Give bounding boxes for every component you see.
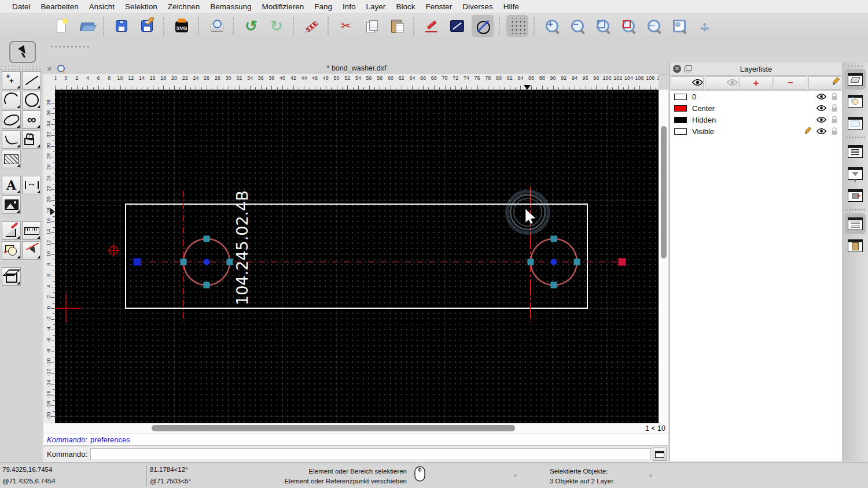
text-tool[interactable]: A	[2, 176, 21, 194]
measure-tool[interactable]	[22, 221, 41, 240]
centerline-end-handle[interactable]	[619, 258, 626, 266]
quick-info-dock-button[interactable]	[845, 185, 866, 206]
pen-palette-dock-button[interactable]	[845, 141, 866, 162]
dimension-tool[interactable]: ↔	[22, 176, 41, 194]
shapes-tool[interactable]: △	[22, 130, 41, 149]
modify-tool[interactable]	[2, 221, 21, 240]
edit-pen-button[interactable]	[421, 15, 443, 37]
select-tool-button[interactable]	[9, 41, 36, 63]
command-line-dock-button[interactable]	[845, 213, 866, 234]
vertical-scrollbar-thumb[interactable]	[661, 126, 667, 258]
vertical-scrollbar[interactable]	[659, 90, 668, 423]
menu-item[interactable]: Ansicht	[84, 2, 120, 11]
clipboard-dock-button[interactable]	[845, 235, 866, 256]
zoom-out-button[interactable]: −	[567, 15, 589, 37]
open-file-button[interactable]	[76, 15, 98, 37]
add-layer-button[interactable]: +	[740, 76, 773, 90]
ruler-label: 30	[46, 140, 52, 151]
select-entity-tool[interactable]	[22, 241, 41, 260]
menu-item[interactable]: Info	[337, 2, 361, 11]
washer-plate-outline[interactable]	[126, 204, 587, 308]
save-as-button[interactable]	[136, 15, 158, 37]
zoom-previous-button[interactable]: ←	[643, 15, 665, 37]
zoom-pan-button[interactable]: ↔↕	[694, 15, 716, 37]
undo-button[interactable]: ↺	[240, 15, 262, 37]
toggle-command-widget-button[interactable]	[653, 448, 667, 461]
paste-button[interactable]	[386, 15, 408, 37]
new-file-button[interactable]	[50, 15, 72, 37]
selection-filter-dock-button[interactable]	[845, 163, 866, 184]
export-svg-button[interactable]: SVG	[171, 15, 193, 37]
menu-item[interactable]: Zeichnen	[163, 2, 205, 11]
layer-name: Visible	[692, 127, 802, 136]
layer-lock-icon[interactable]	[829, 127, 840, 135]
horizontal-scrollbar-thumb[interactable]	[152, 425, 515, 431]
right-circle-center-handle[interactable]	[551, 259, 557, 265]
drawing-canvas[interactable]: 104.245.02.4B	[55, 90, 659, 423]
zoom-auto-button[interactable]	[592, 15, 614, 37]
ruler-tick	[250, 86, 251, 90]
menu-item[interactable]: Modifizieren	[257, 2, 310, 11]
library-browser-dock-button[interactable]	[845, 113, 866, 134]
menu-item[interactable]: Layer	[361, 2, 391, 11]
block-list-dock-button[interactable]	[845, 91, 866, 112]
draw-order-button[interactable]	[472, 15, 494, 37]
menu-item[interactable]: Block	[391, 2, 420, 11]
ellipse-tool[interactable]	[2, 110, 21, 129]
menu-item[interactable]: Bearbeiten	[36, 2, 84, 11]
layer-visibility-icon[interactable]	[815, 116, 827, 123]
cursor-arrow-icon	[17, 46, 28, 58]
layer-visibility-icon[interactable]	[815, 93, 827, 100]
layer-lock-icon[interactable]	[829, 104, 840, 112]
zoom-window-button[interactable]	[617, 15, 639, 37]
menu-item[interactable]: Fang	[309, 2, 337, 11]
hide-all-layers-button[interactable]	[705, 76, 738, 90]
menu-item[interactable]: Selektion	[120, 2, 163, 11]
layer-lock-icon[interactable]	[829, 93, 840, 101]
layer-lock-icon[interactable]	[829, 116, 840, 124]
menu-item[interactable]: Hilfe	[498, 2, 524, 11]
delete-button[interactable]	[300, 15, 322, 37]
layer-row[interactable]: 0	[670, 91, 842, 102]
block-tool[interactable]	[2, 241, 21, 260]
edit-layer-button[interactable]	[808, 76, 841, 90]
save-button[interactable]	[111, 15, 133, 37]
menu-item[interactable]: Datei	[7, 2, 36, 11]
menu-item[interactable]: Fenster	[420, 2, 457, 11]
layer-row[interactable]: Center	[670, 102, 842, 114]
points-tool[interactable]: + +	[2, 71, 21, 90]
remove-layer-button[interactable]: −	[774, 76, 807, 90]
layer-row[interactable]: Visible	[670, 125, 842, 137]
copy-button[interactable]	[361, 15, 382, 37]
horizontal-scrollbar[interactable]: 1 < 10	[43, 423, 668, 434]
layer-row[interactable]: Hidden	[670, 114, 842, 125]
image-tool[interactable]	[2, 195, 21, 214]
zoom-view-button[interactable]	[668, 15, 690, 37]
arc-tool[interactable]	[2, 91, 21, 109]
print-preview-button[interactable]	[205, 15, 227, 37]
zoom-in-button[interactable]: +	[541, 15, 563, 37]
polyline-tool[interactable]	[2, 130, 21, 149]
centerline-start-handle[interactable]	[134, 258, 141, 266]
spline-tool[interactable]: ∞	[22, 110, 41, 129]
command-input[interactable]	[90, 448, 651, 460]
layer-visibility-icon[interactable]	[815, 128, 827, 135]
layer-visibility-icon[interactable]	[815, 105, 827, 112]
ruler-tick	[510, 86, 510, 90]
grid-toggle-button[interactable]	[506, 15, 528, 37]
solid-tool[interactable]	[2, 267, 21, 286]
ruler-tick	[304, 86, 304, 90]
show-all-layers-button[interactable]	[671, 76, 704, 90]
cut-button[interactable]: ✂	[335, 15, 357, 37]
part-number-text[interactable]: 104.245.02.4B	[233, 190, 251, 305]
layer-list-dock-button[interactable]	[845, 69, 866, 90]
attributes-button[interactable]	[446, 15, 468, 37]
redo-button[interactable]: ↻	[266, 15, 288, 37]
menu-item[interactable]: Diverses	[457, 2, 498, 11]
hatch-tool[interactable]	[2, 150, 21, 168]
circle-tool[interactable]	[22, 91, 41, 109]
menu-item[interactable]: Bemassung	[205, 2, 256, 11]
line-tool[interactable]	[22, 71, 41, 90]
left-circle-center-handle[interactable]	[204, 259, 210, 265]
relative-zero-marker	[107, 244, 120, 257]
